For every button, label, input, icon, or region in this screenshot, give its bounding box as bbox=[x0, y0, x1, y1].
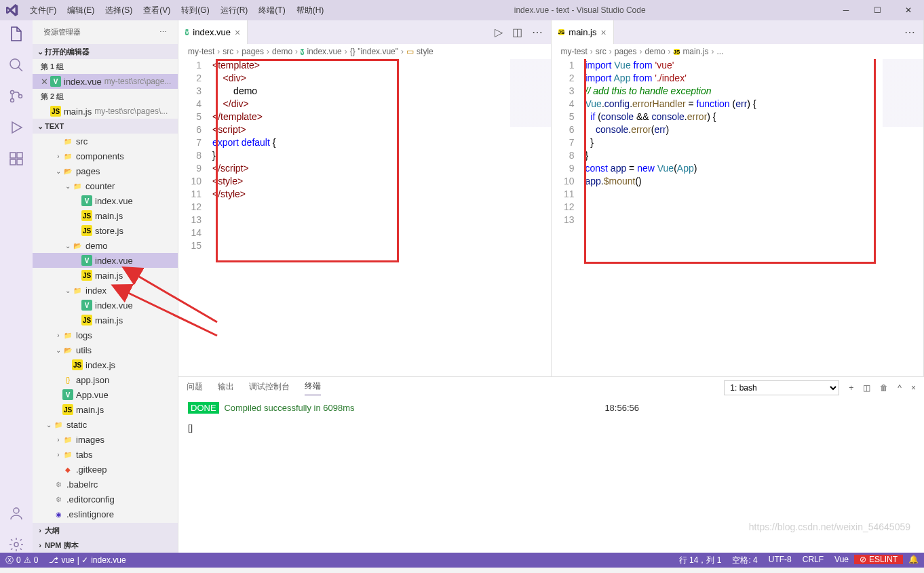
vscode-logo-icon bbox=[0, 4, 24, 16]
maximize-panel-icon[interactable]: ^ bbox=[898, 383, 902, 393]
menu-run[interactable]: 运行(R) bbox=[215, 5, 254, 16]
status-position[interactable]: 行 14，列 1 bbox=[674, 555, 727, 566]
menu-edit[interactable]: 编辑(E) bbox=[62, 5, 100, 16]
extensions-icon[interactable] bbox=[8, 151, 24, 167]
tree-item--editorconfig[interactable]: ⚙.editorconfig bbox=[33, 492, 178, 507]
tab-main-js[interactable]: JSmain.js× bbox=[552, 20, 614, 44]
tree-item-pages[interactable]: ⌄📂pages bbox=[33, 163, 178, 178]
menu-goto[interactable]: 转到(G) bbox=[176, 5, 214, 16]
source-control-icon[interactable] bbox=[8, 88, 24, 104]
watermark: https://blog.csdn.net/weixin_54645059 bbox=[749, 521, 910, 532]
tree-item-index-vue[interactable]: Vindex.vue bbox=[33, 298, 178, 313]
svg-point-8 bbox=[14, 508, 19, 513]
status-errors[interactable]: ⓧ 0 ⚠ 0 bbox=[0, 553, 43, 568]
svg-point-9 bbox=[14, 542, 18, 547]
tree-item-index-js[interactable]: JSindex.js bbox=[33, 357, 178, 372]
status-encoding[interactable]: UTF-8 bbox=[763, 555, 797, 564]
settings-gear-icon[interactable] bbox=[8, 536, 24, 553]
editor-more-icon[interactable]: ⋯ bbox=[904, 26, 915, 39]
run-debug-icon[interactable] bbox=[8, 119, 24, 136]
tree-item-App-vue[interactable]: VApp.vue bbox=[33, 387, 178, 402]
open-editor-item[interactable]: ✕V index.vue my-test\src\page... bbox=[33, 74, 178, 89]
minimap-icon[interactable] bbox=[510, 59, 551, 127]
svg-point-3 bbox=[19, 95, 22, 98]
tree-item-counter[interactable]: ⌄📁counter bbox=[33, 178, 178, 193]
status-spaces[interactable]: 空格: 4 bbox=[727, 555, 763, 566]
tree-item-main-js[interactable]: JSmain.js bbox=[33, 208, 178, 223]
status-branch[interactable]: ⎇ vue | ✓ index.vue bbox=[43, 553, 131, 568]
explorer-more-icon[interactable]: ⋯ bbox=[159, 28, 167, 37]
status-lang[interactable]: Vue bbox=[829, 555, 854, 564]
tree-item--gitkeep[interactable]: ◆.gitkeep bbox=[33, 462, 178, 477]
tree-item-main-js[interactable]: JSmain.js bbox=[33, 313, 178, 328]
outline-header[interactable]: ›大纲 bbox=[33, 523, 178, 538]
editor-more-icon[interactable]: ⋯ bbox=[532, 26, 543, 39]
tree-item-src[interactable]: 📁src bbox=[33, 134, 178, 149]
panel-tab-terminal[interactable]: 终端 bbox=[305, 380, 321, 395]
tree-item-index-vue[interactable]: Vindex.vue bbox=[33, 193, 178, 208]
terminal-panel: 问题 输出 调试控制台 终端 1: bash + ◫ 🗑 ^ × DONE Co… bbox=[178, 376, 924, 553]
close-icon[interactable]: × bbox=[235, 27, 240, 38]
kill-terminal-icon[interactable]: 🗑 bbox=[880, 383, 888, 393]
minimap-icon[interactable] bbox=[883, 59, 923, 127]
close-button[interactable]: ✕ bbox=[893, 0, 924, 20]
editor-pane-1: Vindex.vue× ▷ ◫ ⋯ my-test› src› pages› d… bbox=[178, 20, 552, 376]
menu-select[interactable]: 选择(S) bbox=[100, 5, 138, 16]
npm-scripts-header[interactable]: ›NPM 脚本 bbox=[33, 538, 178, 553]
tree-item--babelrc[interactable]: ⚙.babelrc bbox=[33, 477, 178, 492]
terminal-body[interactable]: DONE Compiled successfully in 6098ms 18:… bbox=[178, 399, 924, 553]
status-bar: ⓧ 0 ⚠ 0 ⎇ vue | ✓ index.vue 行 14，列 1 空格:… bbox=[0, 553, 924, 568]
tree-item-tabs[interactable]: ›📁tabs bbox=[33, 447, 178, 462]
maximize-button[interactable]: ☐ bbox=[862, 0, 893, 20]
explorer-title: 资源管理器 bbox=[43, 27, 81, 37]
breadcrumb-2[interactable]: my-test› src› pages› demo› JSmain.js› ..… bbox=[552, 44, 924, 59]
svg-rect-4 bbox=[10, 153, 16, 158]
close-icon[interactable]: × bbox=[600, 27, 606, 38]
tree-item-logs[interactable]: ›📁logs bbox=[33, 328, 178, 342]
svg-rect-6 bbox=[17, 159, 22, 165]
split-editor-icon[interactable]: ◫ bbox=[512, 26, 522, 39]
new-terminal-icon[interactable]: + bbox=[849, 383, 853, 393]
open-editor-item[interactable]: JS main.js my-test\src\pages\... bbox=[33, 104, 178, 119]
workspace-header[interactable]: ⌄TEXT bbox=[33, 119, 178, 134]
svg-point-2 bbox=[11, 99, 14, 102]
explorer-icon[interactable] bbox=[8, 26, 24, 42]
tree-item-static[interactable]: ⌄📁static bbox=[33, 417, 178, 432]
tree-item-store-js[interactable]: JSstore.js bbox=[33, 223, 178, 238]
menu-view[interactable]: 查看(V) bbox=[138, 5, 176, 16]
editor-pane-2: JSmain.js× ⋯ my-test› src› pages› demo› … bbox=[552, 20, 925, 376]
close-panel-icon[interactable]: × bbox=[911, 383, 916, 393]
menu-file[interactable]: 文件(F) bbox=[24, 5, 62, 16]
breadcrumb-1[interactable]: my-test› src› pages› demo› Vindex.vue› {… bbox=[178, 44, 551, 59]
terminal-shell-select[interactable]: 1: bash bbox=[724, 380, 839, 395]
split-terminal-icon[interactable]: ◫ bbox=[863, 383, 870, 393]
svg-rect-5 bbox=[10, 159, 16, 165]
open-editors-header[interactable]: ⌄打开的编辑器 bbox=[33, 44, 178, 59]
tree-item-index[interactable]: ⌄📁index bbox=[33, 283, 178, 298]
search-icon[interactable] bbox=[8, 57, 24, 73]
status-eslint[interactable]: ⊘ ESLINT bbox=[854, 555, 903, 564]
tree-item-index-vue[interactable]: Vindex.vue bbox=[33, 253, 178, 268]
panel-tab-output[interactable]: 输出 bbox=[218, 381, 234, 395]
tree-item-images[interactable]: ›📁images bbox=[33, 432, 178, 447]
run-icon[interactable]: ▷ bbox=[495, 26, 503, 39]
tree-item-main-js[interactable]: JSmain.js bbox=[33, 402, 178, 417]
account-icon[interactable] bbox=[8, 505, 24, 521]
tree-item--eslintignore[interactable]: ◉.eslintignore bbox=[33, 507, 178, 521]
tree-item-main-js[interactable]: JSmain.js bbox=[33, 268, 178, 283]
tab-index-vue[interactable]: Vindex.vue× bbox=[178, 20, 248, 44]
tree-item-components[interactable]: ›📁components bbox=[33, 149, 178, 163]
menu-terminal[interactable]: 终端(T) bbox=[253, 5, 290, 16]
status-bell-icon[interactable]: 🔔 bbox=[903, 555, 924, 564]
status-eol[interactable]: CRLF bbox=[797, 555, 829, 564]
code-editor-2[interactable]: 12345678910111213 import Vue from 'vue'i… bbox=[552, 59, 924, 376]
minimize-button[interactable]: ─ bbox=[830, 0, 862, 20]
tree-item-app-json[interactable]: {}app.json bbox=[33, 372, 178, 387]
menu-help[interactable]: 帮助(H) bbox=[291, 5, 330, 16]
svg-rect-7 bbox=[17, 153, 22, 158]
panel-tab-problems[interactable]: 问题 bbox=[187, 381, 203, 395]
tree-item-utils[interactable]: ⌄📂utils bbox=[33, 342, 178, 357]
tree-item-demo[interactable]: ⌄📂demo bbox=[33, 238, 178, 253]
panel-tab-debug[interactable]: 调试控制台 bbox=[249, 381, 290, 395]
code-editor-1[interactable]: 123456789101112131415 <template> <div> d… bbox=[178, 59, 551, 376]
